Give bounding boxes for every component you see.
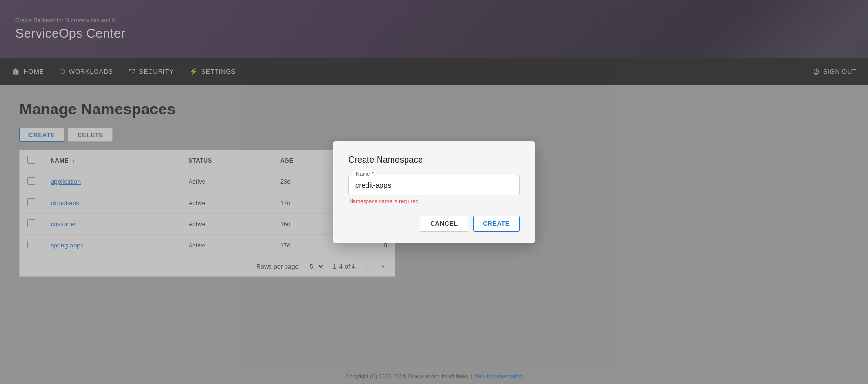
field-error-message: Namespace name is required — [349, 198, 520, 204]
name-field-group: Name * — [348, 175, 520, 195]
dialog-create-button[interactable]: CREATE — [473, 216, 520, 232]
cancel-button[interactable]: CANCEL — [420, 216, 468, 232]
name-field-input[interactable] — [348, 175, 520, 195]
name-field-label: Name * — [354, 171, 376, 177]
modal-overlay: Create Namespace Name * Namespace name i… — [0, 0, 868, 384]
dialog-actions: CANCEL CREATE — [348, 216, 520, 232]
dialog-title: Create Namespace — [348, 155, 520, 165]
create-namespace-dialog: Create Namespace Name * Namespace name i… — [333, 141, 535, 243]
